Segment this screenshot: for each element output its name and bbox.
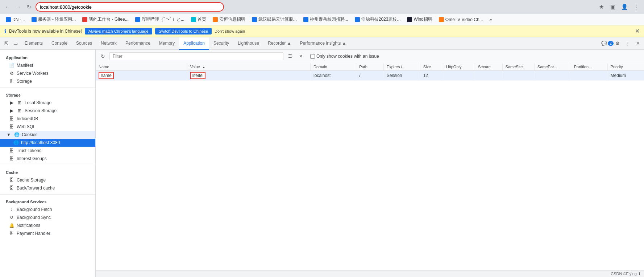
- bookmark-label-6: 安恒信息招聘: [219, 16, 245, 23]
- col-value-label: Value: [190, 65, 200, 69]
- col-partition[interactable]: Partition...: [571, 63, 607, 71]
- sidebar: Application 📄 Manifest ⚙ Service Workers…: [0, 50, 96, 277]
- back-button[interactable]: ←: [3, 3, 12, 11]
- sidebar-item-payment-handler[interactable]: 🗄 Payment Handler: [0, 229, 95, 237]
- forward-button[interactable]: →: [14, 3, 22, 11]
- extension-puzzle-button[interactable]: ▣: [608, 2, 618, 12]
- col-value[interactable]: Value ▲: [187, 63, 310, 71]
- sidebar-item-cache-storage[interactable]: 🗄 Cache Storage: [0, 176, 95, 184]
- col-expires[interactable]: Expires /...: [383, 63, 420, 71]
- sidebar-item-cookies-url[interactable]: 🌐 http://localhost:8080: [0, 139, 95, 147]
- always-match-button[interactable]: Always match Chrome's language: [85, 28, 152, 34]
- tab-console[interactable]: Console: [47, 37, 72, 50]
- tab-application[interactable]: Application: [179, 37, 209, 50]
- address-input[interactable]: [36, 2, 224, 12]
- tab-sources[interactable]: Sources: [72, 37, 96, 50]
- tab-performance-insights[interactable]: Performance insights ▲: [296, 37, 351, 50]
- devtools: ⇱ ▭ Elements Console Sources Network Per…: [0, 37, 644, 277]
- filter-issues-checkbox[interactable]: [310, 54, 315, 59]
- switch-devtools-button[interactable]: Switch DevTools to Chinese: [155, 28, 212, 34]
- favicon-10: [407, 17, 412, 22]
- profile-button[interactable]: 👤: [619, 2, 630, 12]
- filter-refresh-button[interactable]: ↻: [99, 52, 107, 61]
- dont-show-again-button[interactable]: Don't show again: [215, 29, 245, 33]
- tab-memory[interactable]: Memory: [155, 37, 179, 50]
- bookmark-item-8[interactable]: 神州泰岳校园招聘...: [300, 15, 351, 24]
- col-path[interactable]: Path: [356, 63, 384, 71]
- background-sync-icon: ↺: [9, 215, 14, 220]
- sidebar-item-background-sync[interactable]: ↺ Background Sync: [0, 213, 95, 221]
- expand-arrow-session: ▶: [9, 108, 14, 113]
- filter-input[interactable]: [109, 52, 283, 60]
- bookmark-item-1[interactable]: DN -...: [3, 16, 28, 23]
- filter-options-button[interactable]: ☰: [286, 52, 294, 61]
- bookmark-item-6[interactable]: 安恒信息招聘: [210, 15, 248, 24]
- favicon-9: [355, 17, 360, 22]
- sidebar-item-web-sql[interactable]: 🗄 Web SQL: [0, 123, 95, 131]
- more-button[interactable]: ⋮: [631, 2, 641, 12]
- divider-3: [0, 194, 95, 195]
- tab-lighthouse[interactable]: Lighthouse: [233, 37, 263, 50]
- close-devtools-button[interactable]: ✕: [633, 39, 643, 48]
- sidebar-item-notifications[interactable]: 🔔 Notifications: [0, 221, 95, 229]
- col-secure[interactable]: Secure: [475, 63, 502, 71]
- bookmark-more[interactable]: »: [487, 16, 495, 23]
- filter-issues-checkbox-label[interactable]: Only show cookies with an issue: [310, 54, 379, 59]
- cell-samepar: [534, 71, 571, 81]
- bookmark-item-5[interactable]: 首页: [188, 15, 209, 24]
- sidebar-item-trust-tokens[interactable]: 🗄 Trust Tokens: [0, 147, 95, 155]
- devtools-device-button[interactable]: ▭: [11, 39, 20, 48]
- sidebar-item-payment-handler-label: Payment Handler: [17, 231, 50, 236]
- tab-recorder[interactable]: Recorder ▲: [263, 37, 296, 50]
- filter-clear-button[interactable]: ✕: [296, 52, 305, 61]
- col-priority[interactable]: Priority: [607, 63, 644, 71]
- more-options-button[interactable]: ⋮: [623, 39, 632, 48]
- tab-security[interactable]: Security: [209, 37, 233, 50]
- table-header-row: Name Value ▲ Domain Path Expires /... Si…: [96, 63, 644, 71]
- bookmark-item-2[interactable]: 服务器 - 轻量应用...: [29, 15, 79, 24]
- sidebar-item-interest-groups[interactable]: 🗄 Interest Groups: [0, 155, 95, 163]
- service-workers-icon: ⚙: [9, 71, 14, 76]
- sidebar-item-background-fetch[interactable]: ↕ Background Fetch: [0, 205, 95, 213]
- tab-performance[interactable]: Performance: [121, 37, 155, 50]
- col-size[interactable]: Size: [420, 63, 443, 71]
- devtools-inspect-button[interactable]: ⇱: [1, 39, 11, 48]
- bookmark-item-10[interactable]: Wind招聘: [404, 15, 435, 24]
- col-name[interactable]: Name: [96, 63, 187, 71]
- col-domain[interactable]: Domain: [311, 63, 356, 71]
- col-samepar[interactable]: SamePar...: [534, 63, 571, 71]
- bookmark-item-4[interactable]: 哔哩哔哩（ﾟ～ﾟ）と...: [132, 15, 187, 24]
- sidebar-item-service-workers[interactable]: ⚙ Service Workers: [0, 69, 95, 77]
- status-bar: CSDN ©Flying ⬆: [96, 270, 644, 277]
- bookmark-item-3[interactable]: 我的工作台 - Gitee...: [79, 15, 131, 24]
- sidebar-item-back-forward-cache[interactable]: 🗄 Back/forward cache: [0, 184, 95, 192]
- sidebar-item-cookies-label: Cookies: [22, 132, 37, 137]
- issues-button[interactable]: 💬 2: [603, 39, 612, 48]
- cookies-icon: 🌐: [14, 132, 20, 137]
- sidebar-item-indexeddb[interactable]: 🗄 IndexedDB: [0, 115, 95, 123]
- bookmark-item-7[interactable]: 武汉碟易云计算股...: [249, 15, 300, 24]
- bookmark-label-8: 神州泰岳校园招聘...: [310, 16, 348, 23]
- settings-button[interactable]: ⚙: [613, 39, 622, 48]
- trust-tokens-icon: 🗄: [9, 148, 14, 153]
- col-httponly[interactable]: HttpOnly: [443, 63, 475, 71]
- bookmark-star-button[interactable]: ★: [596, 2, 606, 12]
- sidebar-item-local-storage-label: Local Storage: [25, 100, 51, 105]
- col-samesite[interactable]: SameSite: [502, 63, 534, 71]
- bookmark-item-11[interactable]: OmeTV Video Ch...: [436, 16, 486, 23]
- bookmark-label-10: Wind招聘: [414, 16, 432, 23]
- sidebar-item-local-storage[interactable]: ▶ ⊞ Local Storage: [0, 99, 95, 107]
- reload-button[interactable]: ↻: [25, 3, 33, 11]
- name-value-highlight: name: [99, 72, 114, 79]
- toolbar-icons: ★ ▣ 👤 ⋮: [596, 2, 641, 12]
- sidebar-item-session-storage[interactable]: ▶ ⊞ Session Storage: [0, 107, 95, 115]
- table-row[interactable]: name lifeifei localhost / Session 12: [96, 71, 644, 81]
- sidebar-item-storage-app[interactable]: 🗄 Storage: [0, 77, 95, 85]
- notification-close-button[interactable]: ✕: [635, 28, 640, 34]
- sidebar-item-cookies-expand[interactable]: ▼ 🌐 Cookies: [0, 131, 95, 139]
- tab-elements[interactable]: Elements: [20, 37, 47, 50]
- bookmark-item-9[interactable]: 浩鲸科技2023届校...: [352, 15, 404, 24]
- sidebar-item-session-storage-label: Session Storage: [25, 108, 57, 113]
- tab-network[interactable]: Network: [96, 37, 121, 50]
- sidebar-item-manifest[interactable]: 📄 Manifest: [0, 61, 95, 69]
